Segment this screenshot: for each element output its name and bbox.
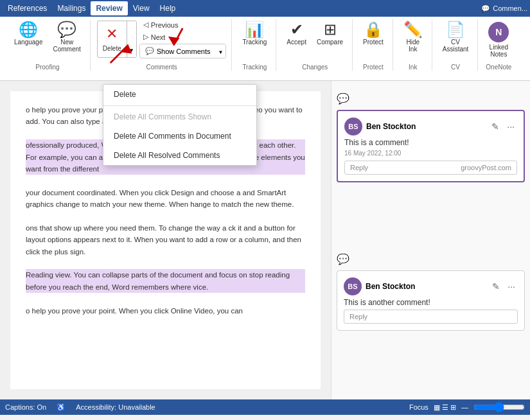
comment-actions-1: ✎ ···	[489, 120, 517, 133]
status-bar: Captions: On ♿ Accessibility: Unavailabl…	[0, 399, 530, 415]
dropdown-delete-all-doc[interactable]: Delete All Comments in Document	[103, 127, 256, 146]
protect-group: 🔒 Protect Protect	[354, 19, 393, 71]
comments-label: Comments	[97, 61, 227, 71]
menu-mailings[interactable]: Mailings	[52, 1, 91, 15]
dropdown-delete[interactable]: Delete	[103, 85, 256, 104]
delete-dropdown-button[interactable]: ▼	[127, 21, 136, 57]
view-icons: ▦ ☰ ⊞	[434, 403, 456, 412]
accessibility-icon: ♿	[57, 403, 66, 412]
comment-more-button-1[interactable]: ···	[504, 120, 517, 133]
accept-icon: ✔	[290, 22, 303, 37]
doc-para-2: your document coordinated. When you clic…	[26, 187, 305, 211]
protect-label: Protect	[359, 61, 387, 71]
doc-para-5: o help you prove your point. When you cl…	[26, 305, 305, 317]
delete-button[interactable]: ✕ Delete	[98, 21, 127, 57]
comments-panel: 💬 BS Ben Stockton ✎ ··· This is a commen…	[331, 81, 530, 399]
comment-edit-button-1[interactable]: ✎	[489, 120, 502, 133]
show-comments-arrow-button[interactable]: ▼	[215, 44, 225, 58]
cv-group: 📄 CV Assistant CV	[434, 19, 479, 71]
tracking-label: Tracking	[238, 61, 270, 71]
previous-button[interactable]: ◁ Previous	[139, 19, 227, 30]
menu-bar: References Mailings Review View Help 💬 C…	[0, 0, 530, 17]
dropdown-delete-all-shown: Delete All Comments Shown	[103, 107, 256, 127]
cv-assistant-button[interactable]: 📄 CV Assistant	[439, 19, 473, 55]
onenote-label: OneNote	[484, 61, 513, 71]
doc-para-3: ons that show up where you need them. To…	[26, 222, 305, 258]
comment-thread-icon-1: 💬	[337, 92, 349, 105]
comment-header-1: BS Ben Stockton ✎ ···	[344, 118, 517, 136]
main-area: o help you prove your point. When you cl…	[0, 81, 530, 399]
show-comments-button[interactable]: 💬 Show Comments	[140, 45, 216, 57]
delete-icon: ✕	[106, 26, 118, 42]
hide-ink-button[interactable]: ✏️ Hide Ink	[400, 19, 427, 55]
comment-author-2: Ben Stockton	[366, 282, 415, 291]
previous-icon: ◁	[143, 21, 148, 29]
comments-group: ✕ Delete ▼ ◁ Previous ▷	[92, 19, 233, 71]
ink-label: Ink	[400, 61, 427, 71]
menu-review[interactable]: Review	[91, 1, 127, 15]
zoom-control: —	[461, 403, 468, 411]
comment-card-1: BS Ben Stockton ✎ ··· This is a comment!…	[337, 110, 525, 182]
tracking-icon: 📊	[245, 22, 264, 37]
avatar-2: BS	[344, 277, 362, 295]
comment-more-button-2[interactable]: ···	[505, 280, 518, 293]
next-icon: ▷	[143, 33, 148, 41]
changes-label: Changes	[283, 61, 347, 71]
tracking-group: 📊 Tracking Tracking	[233, 19, 276, 71]
comment-actions-2: ✎ ···	[490, 280, 518, 293]
tracking-button[interactable]: 📊 Tracking	[238, 19, 270, 48]
reply-watermark-1: groovyPost.com	[461, 164, 511, 171]
new-comment-button[interactable]: 💬 New Comment	[49, 19, 85, 55]
comment-author-row-1: BS Ben Stockton	[344, 118, 416, 136]
status-words: Captions: On	[5, 403, 46, 411]
comment-date-1: 16 May 2022, 12:00	[344, 150, 517, 157]
protect-button[interactable]: 🔒 Protect	[359, 19, 387, 48]
show-comments-dropdown: 💬 Show Comments ▼	[139, 44, 227, 58]
comment-icon: 💬	[481, 4, 490, 13]
linked-notes-button[interactable]: N Linked Notes	[484, 19, 513, 60]
compare-button[interactable]: ⊞ Compare	[313, 19, 347, 48]
comment-reply-box-1[interactable]: Reply groovyPost.com	[344, 161, 517, 175]
chevron-down-icon: ▼	[129, 48, 134, 53]
proofing-label: Proofing	[10, 61, 85, 71]
accessibility-status: Accessibility: Unavailable	[76, 403, 155, 411]
onenote-group: N Linked Notes OneNote	[479, 19, 518, 71]
reply-label-1: Reply	[350, 164, 368, 171]
protect-icon: 🔒	[364, 22, 383, 37]
next-button[interactable]: ▷ Next	[139, 31, 227, 42]
comment-reply-box-2[interactable]: Reply	[344, 310, 518, 324]
chevron-down-icon-2: ▼	[218, 49, 223, 55]
menu-references[interactable]: References	[3, 1, 52, 15]
cv-label: CV	[439, 61, 473, 71]
cv-icon: 📄	[446, 22, 465, 37]
zoom-slider[interactable]	[473, 402, 525, 412]
onenote-icon: N	[488, 22, 509, 42]
ink-group: ✏️ Hide Ink Ink	[394, 19, 432, 71]
comment-label: Commen...	[493, 4, 527, 12]
comment-card-2: BS Ben Stockton ✎ ··· This is another co…	[337, 270, 525, 331]
ribbon: 🌐 Language 💬 New Comment Proofing ✕ Dele…	[0, 17, 530, 81]
dropdown-separator	[103, 105, 256, 106]
comment-thread-icon-2: 💬	[337, 253, 349, 265]
avatar-1: BS	[344, 118, 362, 136]
reply-label-2: Reply	[349, 313, 367, 320]
compare-icon: ⊞	[324, 22, 337, 37]
new-comment-icon: 💬	[57, 22, 76, 37]
menu-help[interactable]: Help	[155, 1, 181, 15]
menu-view[interactable]: View	[128, 1, 155, 15]
delete-dropdown-menu: Delete Delete All Comments Shown Delete …	[103, 84, 257, 166]
comment-text-1: This is a comment!	[344, 138, 517, 147]
show-comments-icon: 💬	[145, 47, 154, 55]
focus-button[interactable]: Focus	[409, 403, 428, 411]
status-right: Focus ▦ ☰ ⊞ —	[409, 402, 525, 412]
comment-author-1: Ben Stockton	[366, 122, 416, 131]
language-button[interactable]: 🌐 Language	[10, 19, 47, 48]
comment-header-2: BS Ben Stockton ✎ ···	[344, 277, 518, 295]
hide-ink-icon: ✏️	[403, 22, 423, 37]
accept-button[interactable]: ✔ Accept	[283, 19, 310, 48]
dropdown-delete-resolved[interactable]: Delete All Resolved Comments	[103, 146, 256, 165]
comment-text-2: This is another comment!	[344, 298, 518, 307]
language-icon: 🌐	[19, 22, 38, 37]
comment-edit-button-2[interactable]: ✎	[490, 280, 502, 293]
doc-para-4: Reading view. You can collapse parts of …	[26, 269, 305, 293]
